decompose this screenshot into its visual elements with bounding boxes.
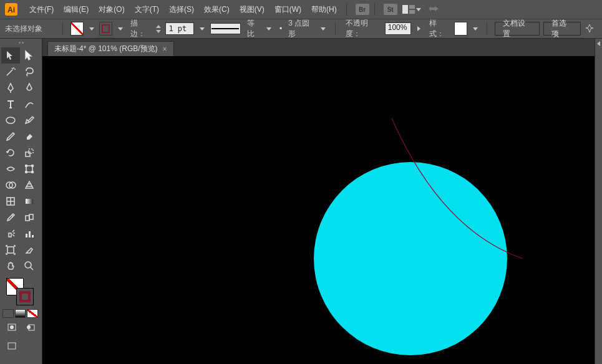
svg-point-11 [26, 171, 27, 173]
hand-tool[interactable] [1, 258, 20, 274]
draw-normal[interactable] [2, 320, 21, 334]
symbol-sprayer-tool[interactable] [1, 226, 20, 242]
bridge-badge[interactable]: Br [356, 4, 369, 15]
lasso-tool[interactable] [20, 64, 39, 80]
separator [346, 3, 347, 16]
canvas[interactable] [42, 56, 602, 364]
style-swatch[interactable] [454, 22, 467, 36]
svg-point-20 [25, 262, 31, 268]
curvature-tool[interactable] [20, 80, 39, 96]
opacity-label: 不透明度： [346, 18, 381, 39]
svg-text:Ai: Ai [7, 6, 15, 14]
document-tab[interactable]: 未标题-4* @ 101% (RGB/预览) × [47, 41, 174, 56]
stroke-weight-input[interactable]: 1 pt [165, 22, 194, 35]
svg-rect-25 [8, 343, 16, 349]
menu-window[interactable]: 窗口(W) [270, 2, 306, 17]
toolbox [0, 39, 42, 364]
opacity-dropdown[interactable] [415, 22, 423, 36]
selection-tool[interactable] [1, 47, 20, 64]
svg-rect-17 [26, 216, 29, 221]
stock-badge[interactable]: St [384, 4, 397, 15]
menu-type[interactable]: 文字(T) [130, 2, 163, 17]
perspective-tool[interactable] [20, 177, 39, 193]
artboard-tool[interactable] [1, 242, 20, 258]
stroke-dropdown[interactable] [116, 22, 124, 36]
svg-rect-18 [29, 214, 33, 219]
document-setup-button[interactable]: 文档设置 [495, 22, 539, 36]
brush-profile-label: 3 点圆形 [288, 18, 316, 39]
separator [335, 22, 336, 35]
toolbox-collapse[interactable] [0, 39, 42, 46]
svg-point-5 [6, 117, 15, 123]
arrange-documents-icon[interactable] [402, 5, 421, 14]
workspace: 未标题-4* @ 101% (RGB/预览) × [0, 39, 602, 364]
width-tool[interactable] [1, 161, 20, 177]
color-mode-none[interactable] [27, 309, 38, 318]
stroke-weight-stepper[interactable] [155, 24, 162, 34]
style-dropdown[interactable] [471, 22, 479, 36]
shape-builder-tool[interactable] [1, 177, 20, 193]
scale-tool[interactable] [20, 145, 39, 161]
eraser-tool[interactable] [20, 128, 39, 145]
column-graph-tool[interactable] [20, 226, 39, 242]
fill-dropdown[interactable] [87, 22, 95, 36]
profile-uniform-dropdown[interactable] [265, 22, 273, 36]
svg-point-9 [26, 165, 27, 167]
pin-icon[interactable] [585, 23, 595, 35]
menu-file[interactable]: 文件(F) [25, 2, 58, 17]
menu-select[interactable]: 选择(S) [165, 2, 198, 17]
pencil-tool[interactable] [1, 128, 20, 145]
fill-swatch[interactable] [70, 22, 84, 36]
paintbrush-tool[interactable] [20, 112, 39, 128]
stroke-weight-dropdown[interactable] [198, 22, 206, 36]
close-tab-icon[interactable]: × [163, 45, 167, 54]
options-bar: 未选择对象 描边： 1 pt 等比 • 3 点圆形 不透明度： 100% 样式：… [0, 19, 602, 39]
style-label: 样式： [429, 18, 450, 39]
menu-object[interactable]: 对象(O) [94, 2, 129, 17]
selection-status: 未选择对象 [5, 24, 55, 34]
blend-tool[interactable] [20, 209, 39, 226]
menu-help[interactable]: 帮助(H) [307, 2, 341, 17]
menu-effect[interactable]: 效果(C) [200, 2, 234, 17]
magic-wand-tool[interactable] [1, 64, 20, 80]
pen-tool[interactable] [1, 80, 20, 96]
screen-mode-row [0, 318, 42, 337]
direct-selection-tool[interactable] [20, 47, 39, 64]
stroke-color-swatch[interactable] [16, 288, 34, 305]
zoom-tool[interactable] [20, 258, 39, 274]
opacity-input[interactable]: 100% [385, 22, 411, 35]
stroke-swatch[interactable] [99, 22, 112, 36]
menu-edit[interactable]: 编辑(E) [59, 2, 93, 17]
app-logo: Ai [4, 2, 19, 17]
cyan-circle-shape[interactable] [314, 162, 507, 355]
expand-panels-icon[interactable] [597, 41, 600, 46]
gradient-tool[interactable] [20, 193, 39, 209]
stroke-label: 描边： [130, 18, 152, 39]
free-transform-tool[interactable] [20, 161, 39, 177]
rotate-tool[interactable] [1, 145, 20, 161]
slice-tool[interactable] [20, 242, 39, 258]
brush-dropdown[interactable] [319, 22, 328, 36]
screen-mode-switch [0, 337, 42, 355]
gpu-icon[interactable] [427, 4, 440, 16]
stroke-profile-preview[interactable] [210, 23, 241, 34]
svg-rect-6 [26, 152, 30, 156]
ellipse-tool[interactable] [1, 112, 20, 128]
menu-view[interactable]: 视图(V) [235, 2, 269, 17]
svg-rect-2 [402, 5, 408, 14]
svg-rect-4 [409, 10, 415, 14]
eyedropper-tool[interactable] [1, 209, 20, 226]
type-tool[interactable] [1, 96, 20, 112]
preferences-button[interactable]: 首选项 [543, 22, 581, 36]
draw-behind[interactable] [21, 320, 40, 334]
screen-mode[interactable] [2, 339, 21, 353]
tab-title: 未标题-4* @ 101% (RGB/预览) [54, 44, 158, 54]
color-mode-gradient[interactable] [15, 309, 26, 318]
svg-rect-19 [7, 247, 14, 253]
mesh-tool[interactable] [1, 193, 20, 209]
line-segment-tool[interactable] [20, 96, 39, 112]
right-panel-strip [595, 39, 602, 364]
color-mode-solid[interactable] [2, 309, 14, 318]
chevron-down-icon [416, 8, 421, 11]
separator [374, 3, 375, 16]
